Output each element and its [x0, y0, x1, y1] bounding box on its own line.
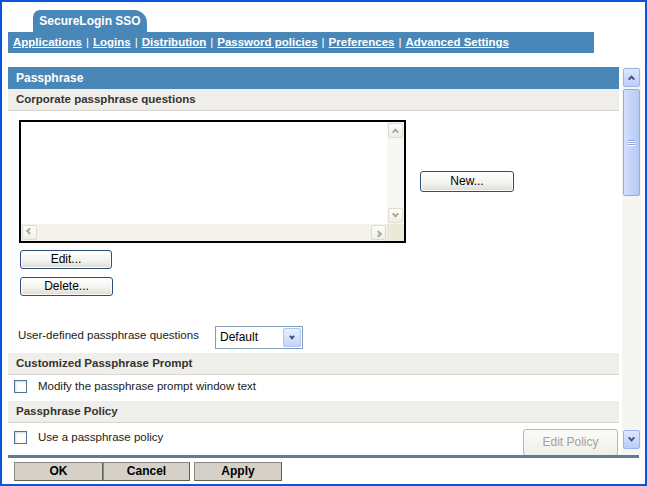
nav-link-preferences[interactable]: Preferences [329, 36, 395, 48]
use-policy-checkbox[interactable] [14, 431, 27, 444]
nav-separator: | [398, 36, 401, 48]
section-header-passphrase-policy: Passphrase Policy [8, 401, 619, 423]
securelogin-window: SecureLogin SSO Applications|Logins|Dist… [0, 0, 647, 486]
cancel-button[interactable]: Cancel [103, 462, 190, 481]
scroll-up-icon[interactable] [623, 68, 640, 87]
scroll-down-icon[interactable] [388, 208, 403, 223]
nav-link-advanced-settings[interactable]: Advanced Settings [405, 36, 509, 48]
nav-link-applications[interactable]: Applications [13, 36, 82, 48]
tab-securelogin-sso[interactable]: SecureLogin SSO [33, 10, 147, 32]
chevron-down-icon[interactable] [283, 328, 301, 347]
nav-separator: | [86, 36, 89, 48]
edit-button[interactable]: Edit... [20, 250, 112, 269]
delete-button[interactable]: Delete... [20, 277, 113, 296]
section-header-corporate-questions: Corporate passphrase questions [8, 89, 619, 111]
user-defined-questions-row: User-defined passphrase questions Defaul… [8, 324, 619, 348]
edit-policy-button: Edit Policy [523, 429, 618, 455]
nav-separator: | [210, 36, 213, 48]
scrollbar-thumb[interactable] [623, 89, 640, 196]
nav-link-password-policies[interactable]: Password policies [217, 36, 317, 48]
nav-link-logins[interactable]: Logins [93, 36, 131, 48]
scroll-right-icon[interactable] [371, 225, 386, 240]
listbox-horizontal-scrollbar[interactable] [21, 224, 387, 241]
main-vertical-scrollbar[interactable] [622, 67, 641, 455]
scroll-left-icon[interactable] [22, 225, 37, 240]
dropdown-selected-value: Default [220, 330, 258, 344]
listbox-vertical-scrollbar[interactable] [387, 122, 404, 224]
nav-separator: | [135, 36, 138, 48]
nav-link-distribution[interactable]: Distribution [142, 36, 207, 48]
use-policy-label: Use a passphrase policy [38, 431, 163, 443]
apply-button[interactable]: Apply [194, 462, 282, 481]
modify-prompt-checkbox[interactable] [14, 380, 27, 393]
modify-prompt-row: Modify the passphrase prompt window text [8, 380, 619, 400]
nav-bar: Applications|Logins|Distribution|Passwor… [8, 32, 594, 53]
section-header-customized-prompt: Customized Passphrase Prompt [8, 353, 619, 375]
nav-separator: | [322, 36, 325, 48]
footer-divider [8, 455, 639, 458]
new-button[interactable]: New... [420, 171, 514, 192]
corporate-questions-listbox[interactable] [19, 120, 406, 243]
modify-prompt-label: Modify the passphrase prompt window text [38, 380, 256, 392]
scroll-down-icon[interactable] [623, 430, 640, 449]
user-defined-questions-dropdown[interactable]: Default [215, 326, 303, 349]
user-defined-questions-label: User-defined passphrase questions [18, 329, 199, 341]
listbox-scrollbar-corner [387, 224, 404, 241]
ok-button[interactable]: OK [14, 462, 103, 481]
panel-title-passphrase: Passphrase [8, 67, 619, 89]
scroll-up-icon[interactable] [388, 123, 403, 138]
passphrase-panel: Passphrase Corporate passphrase question… [8, 67, 619, 455]
